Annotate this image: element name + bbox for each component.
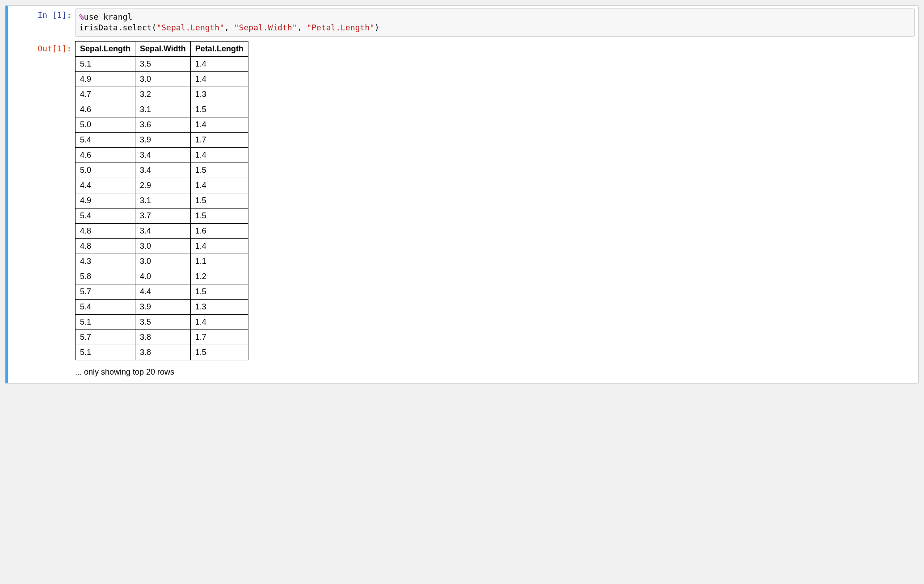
table-row: 5.43.91.3 (76, 299, 248, 314)
table-cell: 1.2 (190, 269, 248, 284)
table-cell: 4.4 (135, 284, 191, 299)
table-row: 5.13.51.4 (76, 56, 248, 71)
table-cell: 1.5 (190, 208, 248, 223)
table-cell: 3.2 (135, 87, 191, 102)
table-row: 4.63.11.5 (76, 102, 248, 117)
table-cell: 3.0 (135, 71, 191, 87)
table-cell: 5.0 (76, 163, 135, 178)
table-cell: 1.7 (190, 330, 248, 345)
table-cell: 1.5 (190, 163, 248, 178)
table-row: 4.83.41.6 (76, 223, 248, 238)
table-cell: 5.1 (76, 314, 135, 330)
table-header-cell: Sepal.Length (76, 41, 135, 56)
table-cell: 4.6 (76, 147, 135, 163)
code-token: % (79, 12, 84, 21)
table-cell: 5.8 (76, 269, 135, 284)
table-cell: 3.8 (135, 330, 191, 345)
table-cell: 1.4 (190, 56, 248, 71)
table-row: 5.84.01.2 (76, 269, 248, 284)
code-token: use krangl irisData.select( (79, 12, 156, 32)
output-prompt: Out[1]: (8, 39, 75, 53)
table-cell: 3.5 (135, 56, 191, 71)
table-cell: 3.4 (135, 147, 191, 163)
table-cell: 1.7 (190, 132, 248, 147)
table-cell: 3.0 (135, 254, 191, 269)
table-cell: 4.7 (76, 87, 135, 102)
table-cell: 3.5 (135, 314, 191, 330)
table-row: 4.83.01.4 (76, 238, 248, 254)
output-prompt-column: Out[1]: (8, 39, 75, 383)
table-header-row: Sepal.LengthSepal.WidthPetal.Length (76, 41, 248, 56)
input-prompt: In [1]: (8, 6, 75, 20)
code-token: "Petal.Length" (307, 23, 374, 32)
table-cell: 1.4 (190, 71, 248, 87)
table-cell: 4.0 (135, 269, 191, 284)
table-cell: 4.8 (76, 238, 135, 254)
table-row: 4.73.21.3 (76, 87, 248, 102)
table-cell: 1.1 (190, 254, 248, 269)
table-cell: 4.9 (76, 193, 135, 208)
table-cell: 3.9 (135, 299, 191, 314)
table-cell: 3.9 (135, 132, 191, 147)
table-cell: 2.9 (135, 178, 191, 193)
table-cell: 1.4 (190, 147, 248, 163)
output-area: Sepal.LengthSepal.WidthPetal.Length5.13.… (75, 39, 918, 383)
table-cell: 5.7 (76, 284, 135, 299)
table-cell: 3.0 (135, 238, 191, 254)
table-cell: 5.4 (76, 208, 135, 223)
table-cell: 3.1 (135, 102, 191, 117)
table-row: 5.03.61.4 (76, 117, 248, 132)
code-input-area[interactable]: %use krangl irisData.select("Sepal.Lengt… (75, 8, 915, 37)
output-truncation-note: ... only showing top 20 rows (75, 367, 915, 377)
table-cell: 1.5 (190, 284, 248, 299)
table-cell: 4.9 (76, 71, 135, 87)
table-cell: 3.4 (135, 223, 191, 238)
table-row: 5.43.71.5 (76, 208, 248, 223)
table-row: 4.93.11.5 (76, 193, 248, 208)
table-row: 5.73.81.7 (76, 330, 248, 345)
table-row: 4.63.41.4 (76, 147, 248, 163)
code-cell[interactable]: In [1]: %use krangl irisData.select("Sep… (5, 5, 919, 384)
table-cell: 1.4 (190, 238, 248, 254)
table-cell: 5.4 (76, 299, 135, 314)
table-cell: 1.4 (190, 314, 248, 330)
code-token: "Sepal.Length" (156, 23, 224, 32)
table-cell: 5.7 (76, 330, 135, 345)
table-cell: 5.1 (76, 56, 135, 71)
table-row: 5.13.81.5 (76, 345, 248, 360)
table-row: 5.03.41.5 (76, 163, 248, 178)
table-cell: 5.0 (76, 117, 135, 132)
code-token: , (297, 23, 307, 32)
output-content: Sepal.LengthSepal.WidthPetal.Length5.13.… (75, 39, 918, 383)
code-editor[interactable]: %use krangl irisData.select("Sepal.Lengt… (76, 9, 914, 36)
table-cell: 1.5 (190, 345, 248, 360)
table-cell: 4.3 (76, 254, 135, 269)
table-cell: 1.4 (190, 178, 248, 193)
code-token: "Sepal.Width" (234, 23, 297, 32)
table-cell: 5.4 (76, 132, 135, 147)
table-cell: 1.3 (190, 87, 248, 102)
table-row: 5.43.91.7 (76, 132, 248, 147)
table-cell: 1.6 (190, 223, 248, 238)
code-token: ) (374, 23, 379, 32)
table-cell: 3.6 (135, 117, 191, 132)
table-cell: 5.1 (76, 345, 135, 360)
output-table: Sepal.LengthSepal.WidthPetal.Length5.13.… (75, 41, 248, 360)
code-token: , (224, 23, 234, 32)
table-cell: 1.3 (190, 299, 248, 314)
table-cell: 3.4 (135, 163, 191, 178)
table-cell: 4.8 (76, 223, 135, 238)
table-cell: 1.5 (190, 102, 248, 117)
table-cell: 3.8 (135, 345, 191, 360)
table-header-cell: Petal.Length (190, 41, 248, 56)
table-row: 4.93.01.4 (76, 71, 248, 87)
table-row: 4.42.91.4 (76, 178, 248, 193)
table-cell: 4.6 (76, 102, 135, 117)
table-cell: 3.1 (135, 193, 191, 208)
cell-content: %use krangl irisData.select("Sepal.Lengt… (75, 6, 918, 39)
table-row: 4.33.01.1 (76, 254, 248, 269)
table-cell: 1.4 (190, 117, 248, 132)
table-row: 5.74.41.5 (76, 284, 248, 299)
table-cell: 3.7 (135, 208, 191, 223)
table-row: 5.13.51.4 (76, 314, 248, 330)
